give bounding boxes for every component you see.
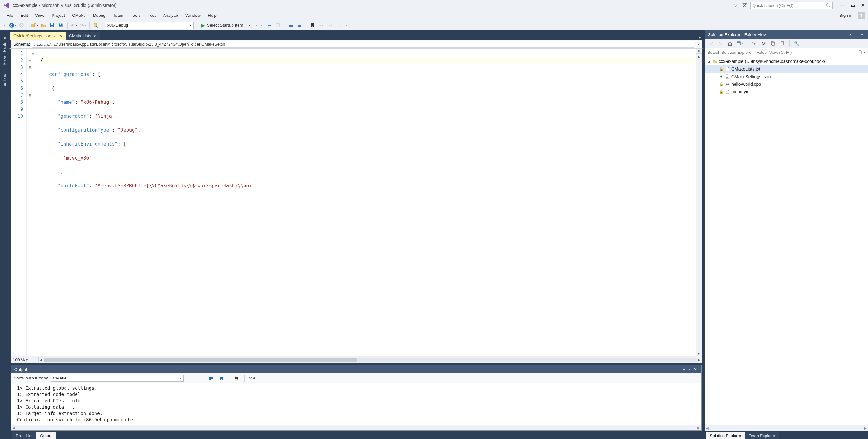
editor-hscrollbar[interactable]: ◀ ▶ <box>39 358 702 362</box>
side-tab-toolbox[interactable]: Toolbox <box>2 70 8 93</box>
step-into-button[interactable] <box>265 22 273 29</box>
scroll-down-icon[interactable]: ▼ <box>696 351 702 356</box>
open-button[interactable] <box>39 22 47 29</box>
zoom-select[interactable]: 100 % ▾ <box>11 357 39 362</box>
quick-launch-input[interactable] <box>750 2 833 9</box>
tab-output[interactable]: Output <box>36 432 56 439</box>
save-all-button[interactable] <box>57 22 65 29</box>
schema-path-field[interactable]: ..\..\..\..\..\..\..\Users\bast\AppData\… <box>32 41 694 48</box>
collapse-all-button[interactable] <box>769 39 777 47</box>
chevron-down-icon[interactable]: ▾ <box>864 51 865 54</box>
panel-menu-icon[interactable]: ▾ <box>848 32 854 37</box>
toolbar-overflow-icon[interactable]: ▾ <box>255 23 257 27</box>
notifications-icon[interactable] <box>741 2 748 8</box>
side-tab-server-explorer[interactable]: Server Explorer <box>2 32 8 70</box>
configuration-select[interactable]: x86-Debug ▾ <box>105 22 194 29</box>
next-bookmark-button[interactable]: ⤻ <box>327 22 334 29</box>
find-button[interactable] <box>92 22 100 29</box>
home-button[interactable] <box>726 39 734 47</box>
scroll-left-icon[interactable]: ◀ <box>39 358 44 361</box>
menu-analyze[interactable]: Analyze <box>160 12 181 19</box>
save-button[interactable] <box>49 22 56 29</box>
goto-prev-button[interactable]: ≔ <box>192 375 199 382</box>
output-source-select[interactable]: CMake ▾ <box>51 375 184 382</box>
find-message-button[interactable] <box>207 375 215 382</box>
prev-bookmark-button[interactable]: ⤺ <box>318 22 325 29</box>
scroll-right-icon[interactable]: ▶ <box>696 358 702 361</box>
step-over-button[interactable] <box>274 22 282 29</box>
menu-tools[interactable]: Tools <box>127 12 144 19</box>
editor-tab-inactive[interactable]: CMakeLists.txt <box>66 32 100 40</box>
menu-team[interactable]: Team <box>110 12 127 19</box>
show-all-files-button[interactable] <box>778 39 786 47</box>
outdent-button[interactable] <box>287 22 294 29</box>
close-icon[interactable]: ✕ <box>859 32 865 37</box>
quick-launch-field[interactable] <box>752 3 826 8</box>
switch-views-button[interactable] <box>736 39 743 47</box>
solution-search-input[interactable] <box>707 50 858 55</box>
nav-forward-button[interactable] <box>18 22 25 29</box>
editor-tabs-menu[interactable]: ▾ <box>696 35 704 40</box>
pin-icon[interactable]: ⫠ <box>687 367 692 372</box>
sign-in-link[interactable]: Sign in <box>837 13 855 18</box>
tab-error-list[interactable]: Error List <box>12 432 36 439</box>
output-panel-title[interactable]: Output ▾ ⫠ ✕ <box>11 365 701 374</box>
filter-icon[interactable]: ▽ <box>733 2 739 8</box>
indent-button[interactable] <box>296 22 303 29</box>
solution-explorer-title[interactable]: Solution Explorer - Folder View ▾ ⫠ ✕ <box>705 30 868 39</box>
solution-hscrollbar[interactable]: ◀ ▶ <box>705 425 868 431</box>
split-icon[interactable]: ⇕ <box>696 49 702 54</box>
tree-file-hello[interactable]: 🔒 ++ hello-world.cpp <box>705 80 868 88</box>
toolbar-overflow-icon[interactable]: ▾ <box>345 23 347 27</box>
solution-tree[interactable]: ◢ cxx-example (C:\msys64\home\bast\cmake… <box>705 56 868 425</box>
menu-edit[interactable]: Edit <box>18 12 31 19</box>
menu-window[interactable]: Window <box>182 12 204 19</box>
panel-menu-icon[interactable]: ▾ <box>681 367 687 372</box>
tab-team-explorer[interactable]: Team Explorer <box>745 432 779 439</box>
expander-icon[interactable]: ◢ <box>707 60 711 63</box>
menu-debug[interactable]: Debug <box>90 12 109 19</box>
tree-root[interactable]: ◢ cxx-example (C:\msys64\home\bast\cmake… <box>705 58 868 65</box>
user-icon[interactable] <box>858 12 865 19</box>
tab-solution-explorer[interactable]: Solution Explorer <box>706 432 745 439</box>
tree-file-cmakelists[interactable]: 🔒 CMakeLists.txt <box>705 65 868 73</box>
start-debug-button[interactable]: ▶ Select Startup Item... ▾ <box>199 22 253 29</box>
scroll-up-icon[interactable]: ▲ <box>696 54 702 59</box>
tree-file-cmakesettings[interactable]: + {} CMakeSettings.json <box>705 73 868 80</box>
close-icon[interactable]: ✕ <box>692 367 698 372</box>
undo-button[interactable]: ↶ <box>70 22 78 29</box>
editor-vscrollbar[interactable]: ⇕ ▲ ▼ <box>696 49 702 356</box>
solution-explorer-search[interactable]: ▾ <box>705 48 868 56</box>
forward-button[interactable]: ▷ <box>717 39 724 47</box>
clear-output-button[interactable] <box>233 375 240 382</box>
properties-button[interactable]: 🔧 <box>793 39 800 47</box>
menu-view[interactable]: View <box>32 12 48 19</box>
back-button[interactable]: ◁ <box>707 39 715 47</box>
menu-project[interactable]: Project <box>49 12 68 19</box>
bookmark-button[interactable] <box>309 22 316 29</box>
pin-icon[interactable]: ⫠ <box>854 32 859 37</box>
tree-file-menu[interactable]: 🔒 menu.yml <box>705 88 868 95</box>
pin-icon[interactable]: ⊕ <box>54 34 57 38</box>
menu-test[interactable]: Test <box>145 12 159 19</box>
output-body[interactable]: 1> Extracted global settings. 1> Extract… <box>11 383 701 425</box>
minimize-button[interactable]: — <box>840 2 846 8</box>
next-message-button[interactable] <box>217 375 225 382</box>
menu-cmake[interactable]: CMake <box>69 12 89 19</box>
menu-help[interactable]: Help <box>205 12 220 19</box>
menu-file[interactable]: File <box>3 12 17 19</box>
maximize-button[interactable]: ▭ <box>850 2 856 8</box>
close-button[interactable]: ✕ <box>860 2 866 8</box>
redo-button[interactable]: ↷ <box>79 22 87 29</box>
code-editor[interactable]: 12345678910 ⊟⊟ ⋮⊟ ⋮⋮⋮⋮⊟ ⋮⋮⋮⋮ { "configur… <box>9 49 704 356</box>
word-wrap-button[interactable]: ab↲ <box>248 375 256 382</box>
nav-back-button[interactable] <box>9 22 17 29</box>
code-content[interactable]: { "configurations": [ { "name": "x86-Deb… <box>39 49 696 356</box>
refresh-button[interactable]: ↻ <box>760 39 767 47</box>
clear-bookmarks-button[interactable]: ⤬ <box>335 22 343 29</box>
new-project-button[interactable] <box>31 22 38 29</box>
close-icon[interactable]: ✕ <box>59 34 63 38</box>
output-hscrollbar[interactable]: ◀▶ <box>11 425 701 431</box>
chevron-down-icon[interactable]: ▾ <box>698 42 699 46</box>
editor-tab-active[interactable]: CMakeSettings.json ⊕ ✕ <box>10 32 66 40</box>
